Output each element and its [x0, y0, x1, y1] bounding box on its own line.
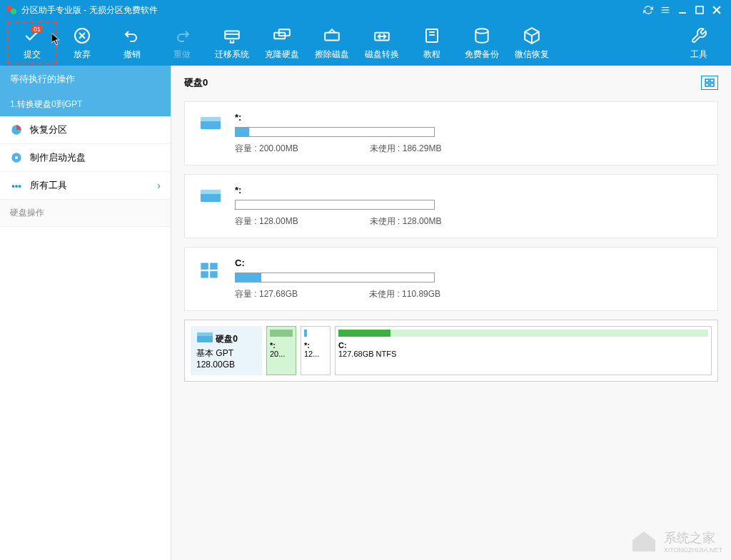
svg-rect-28 [710, 83, 714, 86]
unused-label: 未使用 : 128.00MB [370, 215, 442, 228]
wipe-icon [322, 26, 342, 46]
disk-map: 硬盘0 基本 GPT 128.00GB *: 20... *: 12... C:… [184, 320, 718, 382]
partition-card[interactable]: *: 容量 : 200.00MB 未使用 : 186.29MB [184, 101, 718, 166]
tutorial-button[interactable]: 教程 [407, 21, 457, 64]
app-logo-icon [6, 4, 17, 16]
clone-button[interactable]: 克隆硬盘 [257, 21, 307, 64]
view-toggle-button[interactable] [701, 76, 718, 90]
recover-icon [522, 26, 542, 46]
menu-icon[interactable] [657, 1, 674, 19]
undo-button[interactable]: 撤销 [107, 21, 157, 64]
usage-bar [235, 273, 435, 282]
undo-icon [122, 26, 142, 46]
convert-icon [372, 26, 392, 46]
sidebar-section-diskops: 硬盘操作 [0, 200, 171, 227]
capacity-label: 容量 : 200.00MB [235, 143, 298, 155]
maximize-button[interactable] [691, 1, 708, 19]
sidebar-item-bootdisc[interactable]: 制作启动光盘 [0, 144, 171, 172]
svg-rect-26 [710, 79, 714, 82]
svg-rect-35 [201, 271, 208, 278]
windows-icon [199, 260, 222, 278]
disk-block[interactable]: 硬盘0 基本 GPT 128.00GB [191, 326, 262, 375]
partition-name: C: [235, 258, 703, 268]
redo-icon [172, 26, 192, 46]
disc-icon [10, 151, 23, 164]
window-title: 分区助手专业版 - 无损分区免费软件 [21, 4, 640, 16]
migrate-button[interactable]: 迁移系统 [207, 21, 257, 64]
unused-label: 未使用 : 110.89GB [369, 288, 440, 300]
svg-point-24 [15, 156, 18, 159]
disk-icon [199, 188, 222, 205]
convert-button[interactable]: 磁盘转换 [357, 21, 407, 64]
cancel-icon [72, 26, 92, 46]
capacity-label: 容量 : 127.68GB [235, 288, 298, 300]
svg-rect-33 [201, 263, 208, 270]
dots-icon: ••• [10, 179, 23, 192]
svg-rect-30 [201, 117, 221, 121]
svg-rect-25 [705, 79, 709, 82]
book-icon [422, 26, 442, 46]
svg-rect-29 [201, 121, 221, 129]
svg-rect-36 [210, 271, 218, 278]
redo-button: 重做 [157, 21, 207, 64]
sidebar-item-recover[interactable]: 恢复分区 [0, 116, 171, 144]
svg-rect-38 [197, 332, 213, 336]
titlebar: 分区助手专业版 - 无损分区免费软件 [0, 0, 731, 20]
migrate-icon [222, 26, 242, 46]
pie-icon [10, 123, 23, 136]
svg-point-1 [11, 9, 16, 14]
svg-rect-32 [201, 190, 221, 194]
disk-icon [199, 115, 222, 132]
close-button[interactable] [708, 1, 725, 19]
svg-rect-18 [426, 29, 438, 42]
disk-icon [196, 332, 213, 345]
watermark: 系统之家 XITONGZHIJIA.NET [630, 529, 722, 554]
clone-icon [272, 26, 292, 46]
svg-rect-31 [201, 193, 221, 202]
pending-operation-item[interactable]: 1.转换硬盘0到GPT [0, 93, 171, 116]
partition-name: *: [235, 112, 703, 123]
svg-point-21 [475, 29, 488, 34]
refresh-icon[interactable] [640, 1, 657, 19]
sidebar-item-alltools[interactable]: ••• 所有工具 › [0, 172, 171, 200]
capacity-label: 容量 : 128.00MB [235, 215, 298, 228]
partition-name: *: [235, 185, 703, 195]
content-area: 硬盘0 *: 容量 : 200.00MB 未使用 : 186.29MB *: 容… [171, 66, 731, 560]
tools-button[interactable]: 工具 [674, 21, 724, 64]
usage-bar [235, 127, 435, 137]
partition-block[interactable]: *: 12... [301, 326, 331, 375]
sidebar: 等待执行的操作 1.转换硬盘0到GPT 恢复分区 制作启动光盘 ••• 所有工具… [0, 66, 171, 560]
wipe-button[interactable]: 擦除磁盘 [307, 21, 357, 64]
svg-rect-6 [696, 6, 703, 14]
partition-block[interactable]: *: 20... [266, 326, 296, 375]
svg-rect-12 [225, 31, 239, 39]
backup-button[interactable]: 免费备份 [457, 21, 507, 64]
svg-rect-16 [325, 32, 339, 40]
submit-button[interactable]: 01 提交 [7, 21, 57, 64]
toolbar: 01 提交 放弃 撤销 重做 迁移系统 克隆硬盘 擦除磁盘 磁盘转换 教程 免费… [0, 20, 731, 66]
house-icon [630, 529, 658, 554]
wrench-icon [689, 26, 709, 46]
discard-button[interactable]: 放弃 [57, 21, 107, 64]
chevron-right-icon: › [157, 180, 161, 191]
partition-block[interactable]: C: 127.68GB NTFS [335, 326, 712, 375]
disk-title: 硬盘0 [184, 76, 208, 89]
partition-card[interactable]: *: 容量 : 128.00MB 未使用 : 128.00MB [184, 174, 718, 238]
pending-badge: 01 [31, 26, 43, 33]
svg-rect-37 [197, 335, 213, 342]
pending-operations-header: 等待执行的操作 [0, 66, 171, 93]
backup-icon [472, 26, 492, 46]
weixin-button[interactable]: 微信恢复 [507, 21, 557, 64]
svg-rect-34 [210, 263, 218, 270]
partition-card[interactable]: C: 容量 : 127.68GB 未使用 : 110.89GB [184, 247, 718, 311]
usage-bar [235, 200, 435, 210]
svg-rect-27 [705, 83, 709, 86]
minimize-button[interactable] [674, 1, 691, 19]
unused-label: 未使用 : 186.29MB [370, 143, 442, 155]
